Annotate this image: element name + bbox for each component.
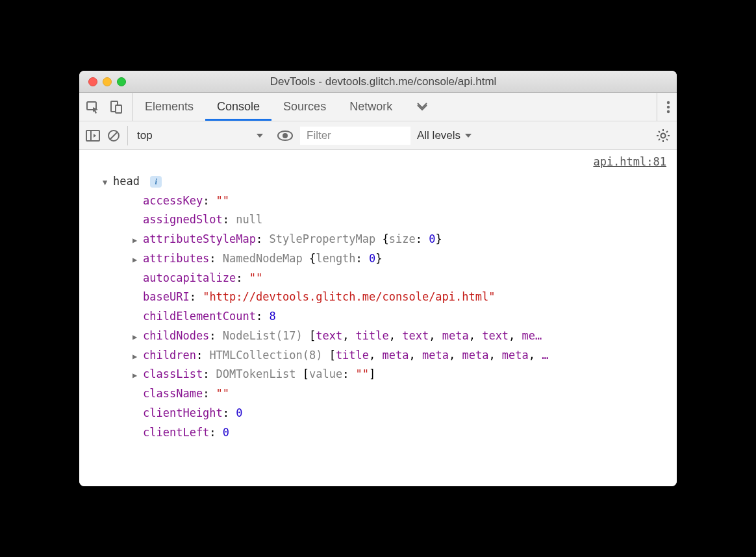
tab-network[interactable]: Network [338, 93, 404, 121]
close-button[interactable] [88, 77, 97, 86]
prop-baseURI[interactable]: baseURI: "http://devtools.glitch.me/cons… [132, 288, 677, 307]
svg-line-17 [666, 139, 668, 140]
prop-classList[interactable]: ▶classList: DOMTokenList [value: ""] [132, 365, 677, 384]
tab-bar: Elements Console Sources Network [79, 93, 677, 121]
tab-elements[interactable]: Elements [133, 93, 205, 121]
console-sidebar-toggle-icon[interactable] [86, 129, 100, 142]
prop-className[interactable]: className: "" [132, 384, 677, 404]
disclosure-right-icon: ▶ [132, 369, 140, 382]
prop-childNodes[interactable]: ▶childNodes: NodeList(17) [text, title, … [132, 327, 677, 346]
devtools-window: DevTools - devtools.glitch.me/console/ap… [79, 71, 677, 486]
disclosure-right-icon: ▶ [132, 253, 140, 267]
execution-context-select[interactable]: top [127, 126, 270, 145]
console-toolbar: top All levels [79, 121, 677, 150]
clear-console-icon[interactable] [107, 129, 121, 143]
object-header[interactable]: ▼head i [103, 172, 677, 192]
tab-console[interactable]: Console [205, 93, 271, 121]
svg-point-5 [667, 110, 670, 112]
prop-clientHeight[interactable]: clientHeight: 0 [132, 404, 677, 423]
console-settings-icon[interactable] [656, 129, 670, 143]
svg-line-9 [110, 132, 118, 140]
levels-label: All levels [417, 129, 460, 142]
svg-point-10 [283, 133, 288, 138]
svg-point-11 [661, 133, 666, 138]
object-name: head [113, 175, 140, 188]
chevron-down-icon [256, 132, 264, 140]
more-tabs-button[interactable] [404, 93, 440, 121]
prop-childElementCount[interactable]: childElementCount: 8 [132, 307, 677, 327]
kebab-menu-icon[interactable] [666, 100, 670, 114]
device-toolbar-icon[interactable] [109, 100, 123, 114]
info-icon[interactable]: i [150, 176, 162, 188]
console-output: api.html:81 ▼head i accessKey: "" assign… [79, 150, 677, 486]
chevron-down-icon [464, 132, 472, 140]
prop-assignedSlot[interactable]: assignedSlot: null [132, 210, 677, 230]
svg-line-16 [659, 131, 660, 132]
filter-input[interactable] [300, 127, 410, 145]
disclosure-down-icon: ▼ [103, 176, 110, 190]
disclosure-right-icon: ▶ [132, 330, 140, 344]
window-title: DevTools - devtools.glitch.me/console/ap… [99, 75, 668, 88]
log-levels-select[interactable]: All levels [417, 129, 472, 142]
svg-line-18 [659, 139, 660, 140]
svg-rect-2 [116, 105, 121, 113]
svg-point-4 [667, 105, 670, 108]
live-expression-icon[interactable] [277, 130, 294, 142]
prop-accessKey[interactable]: accessKey: "" [132, 192, 677, 211]
prop-clientLeft[interactable]: clientLeft: 0 [132, 423, 677, 443]
prop-autocapitalize[interactable]: autocapitalize: "" [132, 269, 677, 288]
svg-line-19 [666, 131, 668, 132]
disclosure-right-icon: ▶ [132, 350, 140, 364]
tab-sources[interactable]: Sources [271, 93, 338, 121]
prop-attributeStyleMap[interactable]: ▶attributeStyleMap: StylePropertyMap {si… [132, 230, 677, 249]
inspect-element-icon[interactable] [86, 100, 100, 114]
svg-point-3 [667, 101, 670, 103]
svg-rect-6 [86, 130, 99, 141]
logged-object: ▼head i accessKey: "" assignedSlot: null… [79, 172, 677, 443]
titlebar: DevTools - devtools.glitch.me/console/ap… [79, 71, 677, 93]
source-link[interactable]: api.html:81 [79, 153, 677, 172]
prop-attributes[interactable]: ▶attributes: NamedNodeMap {length: 0} [132, 249, 677, 269]
disclosure-right-icon: ▶ [132, 234, 140, 247]
prop-children[interactable]: ▶children: HTMLCollection(8) [title, met… [132, 346, 677, 365]
context-label: top [137, 129, 153, 142]
